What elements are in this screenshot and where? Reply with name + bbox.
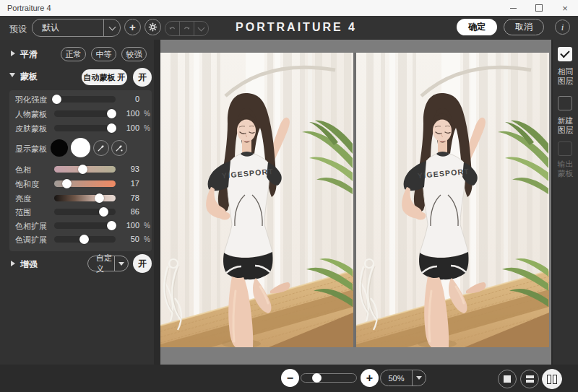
- slider-row-hue: 色相 93: [9, 162, 152, 176]
- zoom-level-dropdown[interactable]: 50%: [380, 370, 426, 386]
- window-controls: ×: [500, 0, 578, 16]
- slider-unit: %: [144, 124, 150, 132]
- minimize-button[interactable]: [500, 0, 526, 16]
- toolbar: 预设 默认 +: [0, 16, 578, 40]
- maximize-button[interactable]: [526, 0, 552, 16]
- plus-icon: +: [129, 21, 136, 33]
- slider-value: 100: [118, 123, 139, 132]
- maximize-icon: [535, 4, 543, 12]
- mask-section-title[interactable]: 蒙板: [20, 71, 38, 83]
- slider-label: 色调扩展: [15, 235, 47, 245]
- app-logo: PORTRAITURE 4: [236, 21, 357, 34]
- undo-button[interactable]: [165, 22, 179, 35]
- slider-value: 50: [118, 235, 139, 243]
- collapse-arrow-icon[interactable]: [11, 261, 15, 266]
- collapse-arrow-icon[interactable]: [11, 51, 15, 56]
- mask-color-white-swatch[interactable]: [71, 138, 90, 157]
- person-mask-slider[interactable]: [54, 110, 116, 117]
- slider-value: 0: [118, 95, 139, 103]
- slider-thumb[interactable]: [79, 235, 89, 244]
- output-mask-label: 输出蒙板: [553, 160, 578, 178]
- expand-arrow-icon[interactable]: [9, 73, 15, 77]
- auto-mask-button[interactable]: 自动蒙板 开: [82, 69, 127, 85]
- slider-thumb[interactable]: [107, 109, 116, 118]
- tone-extend-slider[interactable]: [54, 236, 116, 243]
- smooth-preset-normal[interactable]: 正常: [61, 47, 86, 61]
- eyedropper-plus-icon: [115, 144, 124, 152]
- preset-label: 预设: [9, 23, 27, 35]
- mask-power-toggle[interactable]: 开: [133, 68, 152, 87]
- mask-color-black-swatch[interactable]: [51, 139, 68, 157]
- undo-icon: [168, 25, 176, 32]
- slider-row-hue-extend: 色相扩展 100 %: [9, 218, 152, 232]
- slider-thumb[interactable]: [107, 221, 116, 230]
- range-slider[interactable]: [54, 209, 116, 215]
- slider-unit: %: [144, 235, 150, 243]
- slider-label: 人物蒙板: [15, 109, 47, 120]
- zoom-in-button[interactable]: +: [361, 369, 379, 387]
- preview-stage: [154, 40, 553, 365]
- hue-extend-slider[interactable]: [54, 222, 116, 229]
- plus-icon: +: [366, 372, 373, 385]
- slider-row-skin-mask: 皮肤蒙板 100 %: [9, 121, 152, 135]
- after-image[interactable]: [356, 53, 549, 347]
- settings-button[interactable]: [144, 19, 161, 35]
- slider-value: 17: [118, 179, 139, 188]
- side-by-side-icon: [547, 375, 557, 384]
- left-panel: 平滑 正常 中等 较强 蒙板 自动蒙板 开 开 羽化强度 0 人物蒙板 100 …: [0, 40, 154, 365]
- smooth-preset-medium[interactable]: 中等: [91, 47, 116, 61]
- ok-button[interactable]: 确定: [457, 19, 497, 35]
- smooth-preset-strong[interactable]: 较强: [121, 47, 147, 61]
- minus-icon: −: [287, 372, 293, 385]
- cancel-button[interactable]: 取消: [504, 19, 544, 35]
- eyedropper-button[interactable]: [93, 140, 109, 156]
- slider-row-person-mask: 人物蒙板 100 %: [9, 106, 152, 121]
- slider-row-tone-extend: 色调扩展 50 %: [9, 232, 152, 246]
- zoom-slider-thumb[interactable]: [312, 373, 322, 383]
- slider-unit: %: [144, 110, 150, 118]
- new-layer-checkbox[interactable]: [558, 96, 572, 110]
- skin-mask-slider[interactable]: [54, 125, 116, 131]
- preset-dropdown[interactable]: 默认: [32, 19, 121, 37]
- minimize-icon: [510, 8, 517, 9]
- same-layer-checkbox[interactable]: [558, 47, 572, 61]
- slider-label: 羽化强度: [15, 95, 47, 105]
- history-dropdown-button[interactable]: [194, 22, 208, 35]
- enhance-power-toggle[interactable]: 开: [133, 254, 152, 273]
- zoom-slider[interactable]: [301, 373, 357, 383]
- close-button[interactable]: ×: [552, 0, 578, 16]
- saturation-slider[interactable]: [54, 180, 116, 187]
- hue-slider[interactable]: [54, 166, 116, 173]
- redo-button[interactable]: [180, 22, 194, 35]
- enhance-preset-value: 自定义: [88, 253, 114, 274]
- single-view-button[interactable]: [498, 370, 517, 388]
- slider-thumb[interactable]: [52, 95, 61, 104]
- eyedropper-add-button[interactable]: [111, 140, 127, 156]
- enhance-section-title[interactable]: 增强: [20, 258, 38, 271]
- side-by-side-view-button[interactable]: [542, 369, 562, 389]
- enhance-preset-dropdown[interactable]: 自定义: [87, 256, 129, 271]
- slider-label: 色相: [15, 165, 31, 175]
- slider-thumb[interactable]: [78, 165, 87, 174]
- slider-thumb[interactable]: [95, 193, 104, 203]
- smooth-section-title[interactable]: 平滑: [20, 48, 38, 61]
- slider-thumb[interactable]: [107, 123, 116, 133]
- slider-thumb[interactable]: [62, 179, 72, 188]
- slider-thumb[interactable]: [99, 207, 108, 217]
- slider-row-feather: 羽化强度 0: [9, 92, 152, 106]
- slider-row-saturation: 饱和度 17: [9, 176, 152, 191]
- slider-unit: %: [144, 222, 150, 230]
- horizontal-split-view-button[interactable]: [520, 370, 539, 388]
- gear-icon: [148, 22, 158, 32]
- preview-background: [160, 40, 551, 365]
- add-preset-button[interactable]: +: [124, 19, 141, 35]
- info-button[interactable]: i: [555, 19, 570, 35]
- feather-slider[interactable]: [54, 96, 116, 103]
- before-image[interactable]: [160, 53, 353, 347]
- slider-label: 亮度: [15, 193, 31, 204]
- chevron-down-icon: [198, 24, 205, 31]
- luminance-slider[interactable]: [54, 195, 116, 201]
- zoom-out-button[interactable]: −: [281, 369, 299, 387]
- caret-down-icon: [115, 262, 128, 266]
- slider-row-range: 范围 86: [9, 204, 152, 219]
